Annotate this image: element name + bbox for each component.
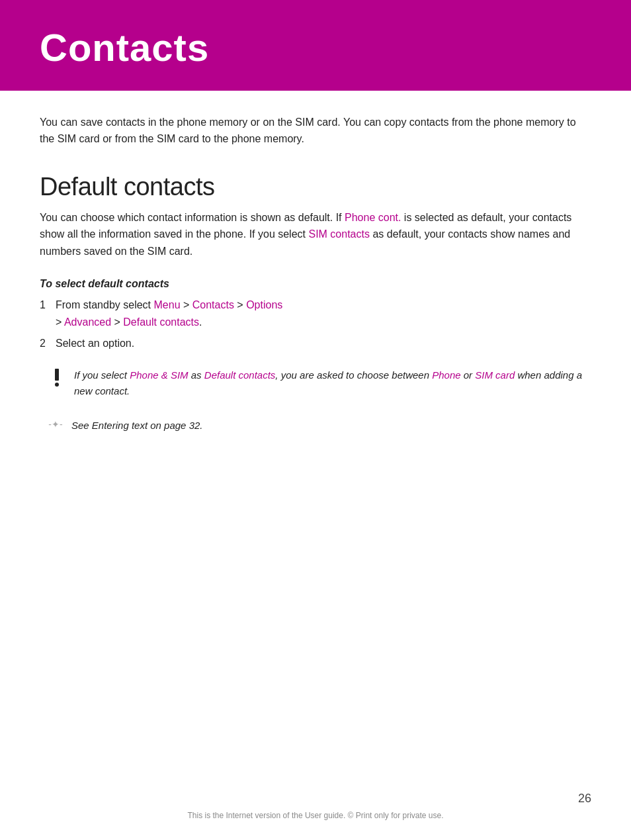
step1-gt4: > (111, 316, 123, 328)
step-2-number: 2 (40, 335, 56, 352)
step1-options: Options (246, 299, 282, 310)
sun-icon: -✦- (48, 419, 62, 430)
exclamation-bar (55, 369, 59, 381)
step1-period: . (199, 316, 202, 328)
page-title: Contacts (40, 25, 591, 70)
step1-gt2: > (234, 299, 246, 310)
header-banner: Contacts (0, 0, 631, 91)
intro-paragraph: You can save contacts in the phone memor… (40, 115, 591, 148)
step-1-number: 1 (40, 297, 56, 314)
tip-box: -✦- See Entering text on page 32. (40, 418, 591, 434)
step1-contacts: Contacts (192, 299, 234, 310)
page: Contacts You can save contacts in the ph… (0, 0, 631, 840)
sim-contacts-highlight: SIM contacts (308, 228, 369, 240)
exclamation-dot (55, 383, 59, 387)
warning-box: If you select Phone & SIM as Default con… (40, 367, 591, 399)
warning-phone-sim: Phone & SIM (130, 369, 188, 381)
warning-or: or (461, 369, 476, 381)
step-2: 2 Select an option. (40, 335, 591, 352)
step1-gt1: > (181, 299, 192, 310)
warning-text-middle1: as (189, 369, 204, 381)
warning-text-before: If you select (74, 369, 130, 381)
sub-heading: To select default contacts (40, 278, 591, 290)
page-footer: This is the Internet version of the User… (0, 811, 631, 820)
warning-icon (48, 367, 66, 387)
tip-icon: -✦- (42, 418, 69, 430)
step1-text-before: From standby select (56, 299, 154, 310)
section-heading: Default contacts (40, 173, 591, 201)
warning-sim-card: SIM card (475, 369, 515, 381)
step1-gt3: > (56, 316, 64, 328)
steps-list: 1 From standby select Menu > Contacts > … (40, 297, 591, 351)
warning-text: If you select Phone & SIM as Default con… (74, 367, 591, 399)
tip-text: See Entering text on page 32. (71, 418, 202, 434)
tip-text-content: See Entering text on page 32. (71, 420, 202, 431)
step-2-content: Select an option. (56, 335, 591, 352)
main-content: You can save contacts in the phone memor… (0, 115, 631, 434)
step1-menu: Menu (154, 299, 181, 310)
step1-advanced: Advanced (64, 316, 111, 328)
warning-default-contacts: Default contacts (204, 369, 276, 381)
step-1-content: From standby select Menu > Contacts > Op… (56, 297, 591, 330)
warning-text-middle2: , you are asked to choose between (275, 369, 432, 381)
section-body-text1: You can choose which contact information… (40, 212, 345, 223)
step1-default-contacts: Default contacts (123, 316, 199, 328)
warning-phone: Phone (432, 369, 460, 381)
step-1: 1 From standby select Menu > Contacts > … (40, 297, 591, 330)
phone-cont-highlight: Phone cont. (345, 212, 401, 223)
page-number: 26 (578, 792, 591, 806)
section-body: You can choose which contact information… (40, 209, 591, 260)
